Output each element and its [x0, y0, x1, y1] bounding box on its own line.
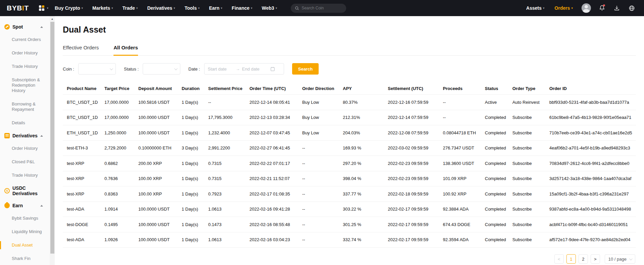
- column-header-order-time-utc: Order Time (UTC): [245, 86, 298, 91]
- cell-settlement-utc: 2022-12-08 07:59:59: [384, 130, 439, 135]
- cell-deposit-amount: 100.5816 USDT: [134, 100, 178, 105]
- chevron-down-icon: ▾: [136, 6, 138, 10]
- cell-order-type: Subscribe: [508, 176, 545, 181]
- cell-deposit-amount: 100.00 XRP: [134, 176, 178, 181]
- nav-item-finance[interactable]: Finance▾: [227, 0, 257, 16]
- usdc-icon: [4, 188, 10, 193]
- cell-status: Completed: [481, 207, 508, 212]
- cell-deposit-amount: 0.10000000 ETH: [134, 145, 178, 150]
- cell-duration: 1 Day(s): [178, 191, 204, 196]
- sidebar-item-dual-asset[interactable]: Dual Asset: [0, 238, 50, 252]
- cell-settlement-price: 1.0613: [204, 207, 245, 212]
- sidebar-item-order-history[interactable]: Order History: [0, 46, 50, 60]
- notifications-button[interactable]: [596, 2, 608, 14]
- sidebar-item-trade-history[interactable]: Trade History: [0, 60, 50, 73]
- cell-product-name: test-XRP: [63, 176, 100, 181]
- nav-item-web3[interactable]: Web3▾: [258, 0, 282, 16]
- sidebar-section-spot[interactable]: Spot: [0, 21, 50, 33]
- end-date-input[interactable]: [242, 67, 268, 72]
- cell-settlement-utc: 2022-02-17 09:59:59: [384, 237, 439, 242]
- cell-order-time-utc: 2022-02-16 09:41:28: [245, 207, 298, 212]
- cell-apy: 398.04 %: [339, 176, 384, 181]
- sidebar-item-shark-fin[interactable]: Shark Fin: [0, 252, 50, 265]
- cell-product-name: test-DOGE: [63, 222, 100, 227]
- cell-duration: 1 Day(s): [178, 176, 204, 181]
- prev-page-button[interactable]: <: [554, 254, 564, 264]
- column-header-apy: APY: [339, 86, 384, 91]
- next-page-button[interactable]: >: [591, 254, 600, 264]
- cell-deposit-amount: 100.0000 USDT: [134, 237, 178, 242]
- tab-all-orders[interactable]: All Orders: [113, 45, 138, 56]
- apps-grid-button[interactable]: ▾: [37, 0, 51, 16]
- sidebar-item-current-orders[interactable]: Current Orders: [0, 33, 50, 46]
- column-header-order-type: Order Type: [508, 86, 545, 91]
- sidebar-item-bybit-savings[interactable]: Bybit Savings: [0, 212, 50, 225]
- nav-item-earn[interactable]: Earn▾: [204, 0, 227, 16]
- sidebar-item-liquidity-mining[interactable]: Liquidity Mining: [0, 225, 50, 238]
- cell-settlement-price: 0.7923: [204, 191, 245, 196]
- download-app-button[interactable]: [611, 2, 623, 14]
- orders-table: Product NameTarget PriceDeposit AmountDu…: [63, 83, 636, 248]
- table-row: ETH_USDT_1D1,250.0000100.0000 USDT1 Day(…: [63, 125, 636, 141]
- chevron-down-icon: ▾: [82, 6, 83, 10]
- cell-order-time-utc: 2022-12-13 03:28:34: [245, 115, 298, 120]
- sidebar-item-subscription-redemption-history[interactable]: Subscription & Redemption History: [0, 73, 50, 97]
- chevron-down-icon: ▾: [251, 6, 252, 10]
- search-button[interactable]: Search: [292, 63, 319, 75]
- pagination: <12>10 / page: [63, 254, 636, 264]
- date-range-picker[interactable]: →: [204, 63, 284, 75]
- nav-item-markets[interactable]: Markets▾: [88, 0, 117, 16]
- sidebar-item-borrowing-repayment[interactable]: Borrowing & Repayment: [0, 97, 50, 116]
- filter-bar: Coin : Status : Date : → Search: [63, 63, 636, 75]
- cell-order-type: Subscribe: [508, 222, 545, 227]
- language-button[interactable]: [626, 2, 637, 14]
- coin-select[interactable]: [78, 63, 116, 75]
- sidebar-section-derivatives[interactable]: Derivatives: [0, 130, 50, 142]
- sidebar-item-closed-p-l[interactable]: Closed P&L: [0, 155, 50, 169]
- table-row: test-ETH-32,729.20000.10000000 ETH3 Day(…: [63, 141, 636, 156]
- sidebar-item-trade-history[interactable]: Trade History: [0, 169, 50, 182]
- cell-order-type: Subscribe: [508, 130, 545, 135]
- cell-proceeds: 100.92 XRP: [439, 191, 481, 196]
- cell-order-time-utc: 2022-02-22 07:01:17: [245, 161, 298, 166]
- chevron-down-icon: ▾: [47, 6, 49, 10]
- cell-target-price: 1.0926: [100, 237, 134, 242]
- nav-item-buy-crypto[interactable]: Buy Crypto▾: [50, 0, 87, 16]
- nav-item-derivatives[interactable]: Derivatives▾: [143, 0, 179, 16]
- bybit-logo[interactable]: BYBIT: [7, 4, 29, 12]
- chevron-down-icon: ▾: [174, 6, 175, 10]
- sidebar-section-usdc-derivatives[interactable]: USDC Derivatives: [0, 182, 50, 200]
- sidebar-scrollbar[interactable]: ▲: [50, 16, 55, 265]
- nav-item-tools[interactable]: Tools▾: [180, 0, 204, 16]
- page-title: Dual Asset: [63, 25, 636, 35]
- scrollbar-thumb[interactable]: [50, 22, 54, 254]
- nav-item-trade[interactable]: Trade▾: [118, 0, 142, 16]
- cell-settlement-price: 0.1473: [204, 222, 245, 227]
- cell-order-type: Subscribe: [508, 145, 545, 150]
- logo-text: BYB: [7, 4, 22, 12]
- search-input[interactable]: [302, 6, 338, 10]
- sidebar-item-order-history[interactable]: Order History: [0, 142, 50, 155]
- logo-text-end: T: [24, 4, 29, 12]
- page-size-select[interactable]: 10 / page: [605, 254, 635, 264]
- page-button-2[interactable]: 2: [579, 254, 588, 264]
- column-header-settlement-utc: Settlement (UTC): [384, 86, 439, 91]
- scrollbar-up-arrow-icon[interactable]: ▲: [50, 17, 55, 20]
- tab-effective-orders[interactable]: Effective Orders: [63, 45, 99, 56]
- search-icon: [295, 6, 299, 10]
- cell-settlement-utc: 2022-02-23 09:59:59: [384, 161, 439, 166]
- status-select[interactable]: [143, 63, 180, 75]
- orders-menu[interactable]: Orders ▾: [551, 0, 576, 16]
- search-box[interactable]: [291, 4, 346, 13]
- user-avatar[interactable]: [582, 3, 591, 13]
- page-button-1[interactable]: 1: [566, 254, 576, 264]
- cell-proceeds: 674.43 DOGE: [439, 222, 481, 227]
- nav-item-label: Tools: [185, 5, 197, 11]
- cell-proceeds: 92.3594 ADA: [439, 237, 481, 242]
- cell-status: Completed: [481, 176, 508, 181]
- start-date-input[interactable]: [208, 67, 234, 72]
- cell-settlement-utc: 2022-12-16 07:59:59: [384, 100, 439, 105]
- sidebar-item-details[interactable]: Details: [0, 116, 50, 130]
- assets-menu[interactable]: Assets ▾: [523, 0, 548, 16]
- sidebar-section-earn[interactable]: Earn: [0, 200, 50, 212]
